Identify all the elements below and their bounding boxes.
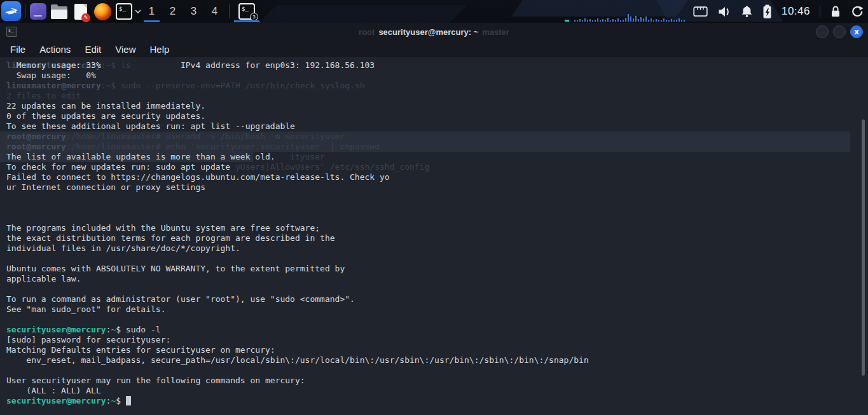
equalizer-bar bbox=[633, 18, 634, 22]
terminal-line: the exact distribution terms for each pr… bbox=[0, 233, 868, 243]
equalizer-bar bbox=[612, 19, 614, 22]
text-editor-launcher[interactable]: ✎ bbox=[72, 3, 90, 20]
terminal-line: 2 files to edit bbox=[0, 91, 868, 101]
equalizer-bar bbox=[658, 20, 659, 22]
window-count-badge: 3 bbox=[250, 13, 258, 21]
terminal-line: Failed to connect to https://changelogs.… bbox=[0, 172, 868, 182]
lock-icon[interactable] bbox=[830, 5, 841, 18]
equalizer-bar bbox=[684, 20, 685, 22]
system-tray: 10:46 bbox=[693, 0, 864, 23]
app-window-launcher[interactable] bbox=[29, 3, 47, 20]
clock[interactable]: 10:46 bbox=[782, 5, 810, 18]
terminal-line: applicable law. bbox=[0, 274, 868, 284]
equalizer-bar bbox=[679, 18, 680, 22]
terminal-icon: $_ bbox=[116, 3, 132, 20]
equalizer-bar bbox=[582, 20, 583, 22]
equalizer-dash bbox=[565, 20, 569, 22]
equalizer-bar bbox=[668, 20, 670, 22]
maximize-button[interactable] bbox=[833, 25, 846, 38]
terminal-line: 0 of these updates are security updates. bbox=[0, 111, 868, 121]
equalizer-bar bbox=[595, 20, 596, 22]
equalizer-bar bbox=[584, 18, 586, 22]
workspace-4[interactable]: 4 bbox=[204, 0, 225, 23]
workspace-3[interactable]: 3 bbox=[183, 0, 204, 23]
terminal-line: To run a command as administrator (user … bbox=[0, 294, 868, 304]
terminal-line: Ubuntu comes with ABSOLUTELY NO WARRANTY… bbox=[0, 264, 868, 274]
equalizer-bar bbox=[651, 18, 652, 22]
notifications-bell-icon[interactable] bbox=[741, 5, 753, 18]
equalizer-bar bbox=[643, 18, 644, 22]
workspace-2[interactable]: 2 bbox=[162, 0, 183, 23]
terminal-line: The programs included with the Ubuntu sy… bbox=[0, 223, 868, 233]
logout-icon[interactable] bbox=[851, 5, 864, 18]
panel-separator bbox=[229, 4, 230, 18]
equalizer-bar bbox=[671, 19, 672, 22]
app-window-icon bbox=[30, 3, 46, 20]
equalizer-bar bbox=[625, 18, 626, 22]
equalizer-bar bbox=[673, 20, 675, 22]
kali-dragon-icon bbox=[4, 4, 19, 19]
minimize-button[interactable] bbox=[816, 25, 829, 38]
equalizer-bar bbox=[638, 19, 639, 22]
terminal-window: $_ root securityuser@mercury: ~ master x… bbox=[0, 23, 868, 415]
terminal-line bbox=[0, 254, 868, 264]
equalizer-bar bbox=[610, 20, 611, 22]
terminal-line: securityuser@mercury:~$ sudo -l bbox=[0, 325, 868, 335]
wallpaper-shape bbox=[258, 5, 467, 23]
scrollbar-thumb[interactable] bbox=[862, 119, 865, 376]
menu-actions[interactable]: Actions bbox=[39, 44, 71, 55]
close-button[interactable]: x bbox=[850, 25, 863, 38]
terminal-line bbox=[0, 203, 868, 213]
firefox-launcher[interactable] bbox=[93, 3, 111, 20]
equalizer-bar bbox=[577, 20, 578, 22]
wallpaper-equalizer bbox=[565, 13, 685, 22]
equalizer-bar bbox=[623, 20, 624, 22]
menu-edit[interactable]: Edit bbox=[85, 44, 101, 55]
document-icon: ✎ bbox=[74, 4, 87, 20]
equalizer-bar bbox=[579, 19, 581, 22]
menu-file[interactable]: File bbox=[10, 44, 25, 55]
file-manager-launcher[interactable] bbox=[50, 3, 68, 20]
equalizer-bar bbox=[620, 20, 621, 22]
window-titlebar[interactable]: $_ root securityuser@mercury: ~ master x bbox=[0, 23, 868, 41]
equalizer-bar bbox=[676, 20, 677, 22]
ghost-title-right: master bbox=[482, 27, 509, 37]
terminal-line: See "man sudo_root" for details. bbox=[0, 304, 868, 315]
kali-menu-button[interactable] bbox=[1, 1, 21, 21]
terminal-line bbox=[0, 315, 868, 325]
equalizer-bar bbox=[615, 20, 616, 22]
terminal-line: To see these additional updates run: apt… bbox=[0, 121, 868, 132]
volume-icon[interactable] bbox=[717, 6, 731, 18]
menu-help[interactable]: Help bbox=[149, 44, 169, 55]
terminal-launcher[interactable]: $_ bbox=[115, 3, 133, 20]
window-controls: x bbox=[816, 25, 863, 38]
terminal-line: User securityuser may run the following … bbox=[0, 376, 868, 386]
equalizer-bar bbox=[597, 18, 598, 22]
equalizer-bar bbox=[574, 20, 575, 22]
battery-icon[interactable] bbox=[762, 4, 772, 19]
terminal-screen[interactable]: linuxmaster@mercury:~$ ls Memory usage: … bbox=[0, 57, 868, 415]
equalizer-bar bbox=[645, 17, 647, 22]
firefox-icon bbox=[94, 3, 111, 20]
terminal-line: ur Internet connection or proxy settings bbox=[0, 182, 868, 193]
tray-separator bbox=[820, 5, 820, 18]
equalizer-bar bbox=[666, 20, 667, 22]
network-icon[interactable] bbox=[693, 6, 708, 17]
ghost-title-left: root bbox=[359, 27, 375, 37]
equalizer-bar bbox=[656, 19, 657, 22]
terminal-line: linuxmaster@mercury:~$ sudo --preserve-e… bbox=[0, 81, 868, 91]
equalizer-bar bbox=[589, 19, 591, 22]
edit-badge-icon: ✎ bbox=[81, 13, 90, 22]
terminal-line bbox=[0, 365, 868, 376]
terminal-line: individual files in /usr/share/doc/*/cop… bbox=[0, 243, 868, 254]
terminal-line: securityuser@mercury:~$ bbox=[0, 396, 868, 406]
terminal-cursor bbox=[126, 396, 131, 405]
terminal-line: yUsers|AllowUsers' /etc/ssh/sshd_configT… bbox=[0, 162, 868, 172]
equalizer-bar bbox=[628, 14, 629, 22]
equalizer-bar bbox=[600, 20, 601, 22]
panel-separator bbox=[25, 4, 25, 18]
workspace-1[interactable]: 1 bbox=[141, 0, 162, 23]
menu-view[interactable]: View bbox=[115, 44, 135, 55]
taskbar-terminal-item[interactable]: $_ 3 bbox=[233, 0, 261, 23]
workspace-pager: 1 2 3 4 bbox=[141, 0, 225, 23]
